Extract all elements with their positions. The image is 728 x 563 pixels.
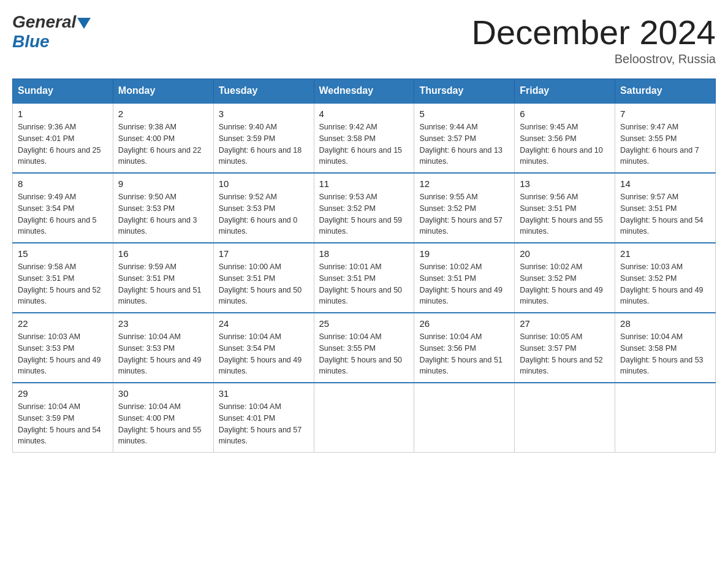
week-row-5: 29 Sunrise: 10:04 AMSunset: 3:59 PMDayli…	[13, 383, 716, 453]
day-info: Sunrise: 10:04 AMSunset: 3:53 PMDaylight…	[118, 331, 208, 377]
day-info: Sunrise: 10:04 AMSunset: 3:54 PMDaylight…	[219, 331, 309, 377]
location-label: Beloostrov, Russia	[472, 52, 716, 66]
logo-line1: General	[12, 12, 91, 32]
day-info: Sunrise: 9:47 AMSunset: 3:55 PMDaylight:…	[620, 121, 710, 167]
calendar-cell: 21 Sunrise: 10:03 AMSunset: 3:52 PMDayli…	[615, 243, 716, 313]
week-row-3: 15 Sunrise: 9:58 AMSunset: 3:51 PMDaylig…	[13, 243, 716, 313]
day-info: Sunrise: 10:02 AMSunset: 3:52 PMDaylight…	[520, 261, 610, 307]
day-info: Sunrise: 10:03 AMSunset: 3:52 PMDaylight…	[620, 261, 710, 307]
day-info: Sunrise: 9:36 AMSunset: 4:01 PMDaylight:…	[18, 121, 108, 167]
month-title: December 2024	[472, 12, 716, 52]
calendar-cell: 13 Sunrise: 9:56 AMSunset: 3:51 PMDaylig…	[515, 173, 615, 243]
day-number: 12	[419, 178, 509, 189]
day-info: Sunrise: 10:02 AMSunset: 3:51 PMDaylight…	[419, 261, 509, 307]
week-row-2: 8 Sunrise: 9:49 AMSunset: 3:54 PMDayligh…	[13, 173, 716, 243]
day-number: 22	[18, 318, 108, 329]
logo: General Blue	[12, 12, 91, 52]
calendar-cell: 22 Sunrise: 10:03 AMSunset: 3:53 PMDayli…	[13, 313, 113, 383]
calendar-cell: 29 Sunrise: 10:04 AMSunset: 3:59 PMDayli…	[13, 383, 113, 453]
calendar-cell: 15 Sunrise: 9:58 AMSunset: 3:51 PMDaylig…	[13, 243, 113, 313]
day-info: Sunrise: 9:57 AMSunset: 3:51 PMDaylight:…	[620, 191, 710, 237]
logo-general-text: General	[12, 12, 76, 32]
calendar-cell	[414, 383, 515, 453]
calendar-cell	[515, 383, 615, 453]
day-info: Sunrise: 10:05 AMSunset: 3:57 PMDaylight…	[520, 331, 610, 377]
calendar-cell: 20 Sunrise: 10:02 AMSunset: 3:52 PMDayli…	[515, 243, 615, 313]
day-number: 14	[620, 178, 710, 189]
calendar-cell: 12 Sunrise: 9:55 AMSunset: 3:52 PMDaylig…	[414, 173, 515, 243]
day-number: 20	[520, 248, 610, 259]
calendar-table: SundayMondayTuesdayWednesdayThursdayFrid…	[12, 79, 716, 453]
column-header-monday: Monday	[113, 79, 213, 104]
column-header-friday: Friday	[515, 79, 615, 104]
calendar-cell: 30 Sunrise: 10:04 AMSunset: 4:00 PMDayli…	[113, 383, 213, 453]
calendar-cell: 9 Sunrise: 9:50 AMSunset: 3:53 PMDayligh…	[113, 173, 213, 243]
calendar-cell: 17 Sunrise: 10:00 AMSunset: 3:51 PMDayli…	[213, 243, 314, 313]
column-header-wednesday: Wednesday	[314, 79, 414, 104]
day-info: Sunrise: 9:55 AMSunset: 3:52 PMDaylight:…	[419, 191, 509, 237]
calendar-cell: 27 Sunrise: 10:05 AMSunset: 3:57 PMDayli…	[515, 313, 615, 383]
day-number: 24	[219, 318, 309, 329]
day-info: Sunrise: 10:01 AMSunset: 3:51 PMDaylight…	[319, 261, 409, 307]
week-row-4: 22 Sunrise: 10:03 AMSunset: 3:53 PMDayli…	[13, 313, 716, 383]
calendar-cell: 5 Sunrise: 9:44 AMSunset: 3:57 PMDayligh…	[414, 103, 515, 173]
calendar-cell: 11 Sunrise: 9:53 AMSunset: 3:52 PMDaylig…	[314, 173, 414, 243]
day-number: 21	[620, 248, 710, 259]
calendar-cell: 19 Sunrise: 10:02 AMSunset: 3:51 PMDayli…	[414, 243, 515, 313]
day-number: 17	[219, 248, 309, 259]
column-header-tuesday: Tuesday	[213, 79, 314, 104]
day-info: Sunrise: 10:00 AMSunset: 3:51 PMDaylight…	[219, 261, 309, 307]
logo-blue-text: Blue	[12, 32, 50, 51]
title-section: December 2024 Beloostrov, Russia	[472, 12, 716, 66]
day-info: Sunrise: 10:04 AMSunset: 3:58 PMDaylight…	[620, 331, 710, 377]
day-number: 29	[18, 388, 108, 399]
day-info: Sunrise: 9:40 AMSunset: 3:59 PMDaylight:…	[219, 121, 309, 167]
day-info: Sunrise: 9:44 AMSunset: 3:57 PMDaylight:…	[419, 121, 509, 167]
day-number: 15	[18, 248, 108, 259]
logo-line2: Blue	[12, 32, 91, 52]
day-info: Sunrise: 10:04 AMSunset: 3:59 PMDaylight…	[18, 401, 108, 447]
day-number: 27	[520, 318, 610, 329]
day-number: 26	[419, 318, 509, 329]
calendar-cell: 25 Sunrise: 10:04 AMSunset: 3:55 PMDayli…	[314, 313, 414, 383]
day-info: Sunrise: 9:52 AMSunset: 3:53 PMDaylight:…	[219, 191, 309, 237]
day-info: Sunrise: 10:04 AMSunset: 3:55 PMDaylight…	[319, 331, 409, 377]
day-info: Sunrise: 9:53 AMSunset: 3:52 PMDaylight:…	[319, 191, 409, 237]
day-info: Sunrise: 9:50 AMSunset: 3:53 PMDaylight:…	[118, 191, 208, 237]
day-number: 13	[520, 178, 610, 189]
day-number: 6	[520, 109, 610, 119]
calendar-cell: 2 Sunrise: 9:38 AMSunset: 4:00 PMDayligh…	[113, 103, 213, 173]
day-number: 5	[419, 109, 509, 119]
day-number: 16	[118, 248, 208, 259]
calendar-cell: 28 Sunrise: 10:04 AMSunset: 3:58 PMDayli…	[615, 313, 716, 383]
calendar-cell: 8 Sunrise: 9:49 AMSunset: 3:54 PMDayligh…	[13, 173, 113, 243]
day-number: 30	[118, 388, 208, 399]
svg-marker-0	[77, 18, 91, 29]
day-number: 25	[319, 318, 409, 329]
day-info: Sunrise: 10:03 AMSunset: 3:53 PMDaylight…	[18, 331, 108, 377]
column-header-thursday: Thursday	[414, 79, 515, 104]
day-number: 18	[319, 248, 409, 259]
week-row-1: 1 Sunrise: 9:36 AMSunset: 4:01 PMDayligh…	[13, 103, 716, 173]
calendar-cell	[615, 383, 716, 453]
day-number: 2	[118, 109, 208, 119]
day-number: 10	[219, 178, 309, 189]
calendar-cell: 6 Sunrise: 9:45 AMSunset: 3:56 PMDayligh…	[515, 103, 615, 173]
day-number: 8	[18, 178, 108, 189]
column-header-sunday: Sunday	[13, 79, 113, 104]
calendar-cell: 18 Sunrise: 10:01 AMSunset: 3:51 PMDayli…	[314, 243, 414, 313]
calendar-cell: 4 Sunrise: 9:42 AMSunset: 3:58 PMDayligh…	[314, 103, 414, 173]
calendar-cell: 26 Sunrise: 10:04 AMSunset: 3:56 PMDayli…	[414, 313, 515, 383]
day-number: 7	[620, 109, 710, 119]
calendar-cell: 3 Sunrise: 9:40 AMSunset: 3:59 PMDayligh…	[213, 103, 314, 173]
day-number: 23	[118, 318, 208, 329]
day-info: Sunrise: 9:59 AMSunset: 3:51 PMDaylight:…	[118, 261, 208, 307]
calendar-cell: 1 Sunrise: 9:36 AMSunset: 4:01 PMDayligh…	[13, 103, 113, 173]
day-info: Sunrise: 10:04 AMSunset: 3:56 PMDaylight…	[419, 331, 509, 377]
day-info: Sunrise: 9:42 AMSunset: 3:58 PMDaylight:…	[319, 121, 409, 167]
day-number: 19	[419, 248, 509, 259]
day-info: Sunrise: 10:04 AMSunset: 4:00 PMDaylight…	[118, 401, 208, 447]
day-number: 9	[118, 178, 208, 189]
calendar-cell: 16 Sunrise: 9:59 AMSunset: 3:51 PMDaylig…	[113, 243, 213, 313]
column-header-saturday: Saturday	[615, 79, 716, 104]
